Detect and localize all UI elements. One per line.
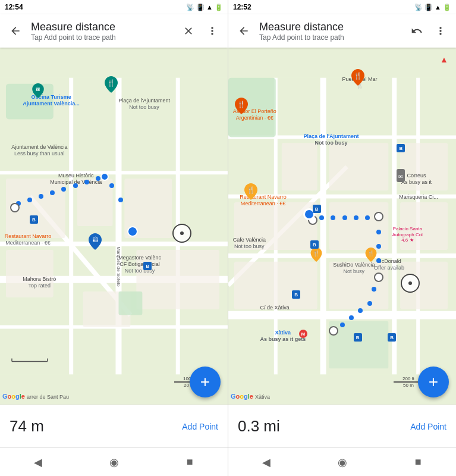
compass-right: ▲ (437, 52, 451, 67)
header-right: Measure distance Tap Add point to trace … (228, 14, 456, 48)
food-marker-r2: 🍴 (235, 98, 248, 117)
google-logo-left: Google arrer de Sant Pau (2, 393, 69, 400)
path-mid-r2 (374, 273, 383, 282)
path-dot-7 (84, 180, 89, 184)
bus-r2: B (313, 205, 321, 213)
food-marker-blue2: 🏛 (89, 233, 102, 252)
svg-rect-39 (234, 262, 317, 309)
header-title-group-right: Measure distance Tap Add point to trace … (259, 21, 401, 42)
cast-icon: 📡 (186, 4, 194, 11)
food-marker-teal: 🍴 (105, 76, 118, 95)
undo-button-right[interactable] (406, 20, 427, 42)
distance-right: 0.3 mi (238, 417, 280, 436)
path-mid-r1 (374, 212, 383, 221)
header-right-right (406, 20, 451, 42)
svg-text:🍴: 🍴 (313, 250, 320, 257)
r-dot-6 (376, 230, 381, 234)
svg-text:🍴: 🍴 (354, 71, 362, 80)
back-button-right[interactable] (233, 20, 254, 42)
header-subtitle-right: Tap Add point to trace path (259, 33, 401, 42)
food-marker-teal2: 🏛 (32, 83, 44, 101)
cast-icon-r: 📡 (414, 4, 423, 11)
map-left[interactable]: Oficina TurismeAjuntament València... Pl… (0, 48, 228, 405)
nav-recent-right[interactable]: ■ (380, 448, 456, 476)
r-dot-12 (349, 315, 354, 320)
svg-text:🍴: 🍴 (237, 100, 246, 108)
r-dot-8 (376, 258, 381, 263)
screen-left: 12:54 📡 📳 ▲ 🔋 Measure distance Tap Add p… (0, 0, 228, 476)
close-button-left[interactable] (178, 20, 199, 42)
svg-rect-37 (329, 202, 389, 250)
google-logo-right: Google Xàtiva (231, 393, 270, 400)
bottom-bar-left: 74 m Add point (0, 405, 228, 447)
bus-marker-2: B (143, 262, 152, 270)
svg-text:🏛: 🏛 (36, 86, 40, 92)
bus-r4: B (292, 290, 300, 299)
food-marker-r5: 🍴 (365, 248, 377, 264)
header-right-left (178, 20, 223, 42)
header-subtitle-left: Tap Add point to trace path (31, 33, 173, 42)
svg-text:🏛: 🏛 (92, 236, 99, 243)
nav-bar-right: ◀ ◉ ■ (228, 447, 456, 476)
wifi-icon: ▲ (206, 4, 213, 11)
nav-back-left[interactable]: ◀ (0, 448, 76, 476)
map-right[interactable]: ▲ Puerta del Mar🍴 Asador El PorteñoArgen… (228, 48, 456, 405)
wifi-icon-r: ▲ (435, 4, 441, 11)
status-bar-right: 12:52 📡 📳 ▲ 🔋 (228, 0, 456, 14)
battery-icon-r: 🔋 (443, 4, 451, 11)
status-icons-left: 📡 📳 ▲ 🔋 (186, 4, 223, 11)
r-dot-10 (367, 301, 372, 306)
path-dot-6 (73, 183, 78, 188)
path-mid (100, 173, 109, 181)
header-title-left: Measure distance (31, 21, 173, 33)
path-dot-9 (109, 183, 114, 188)
path-dot-8 (96, 176, 100, 181)
bus-marker-1: B (30, 215, 38, 224)
more-button-left[interactable] (202, 20, 223, 42)
svg-text:🍴: 🍴 (247, 186, 255, 194)
back-button-left[interactable] (5, 20, 26, 42)
header-title-group-left: Measure distance Tap Add point to trace … (31, 21, 173, 42)
correus-marker: ✉ (397, 169, 405, 182)
svg-rect-15 (6, 84, 54, 120)
header-left: Measure distance Tap Add point to trace … (0, 14, 228, 48)
food-marker-r1: 🍴 (351, 69, 364, 88)
fab-left[interactable]: + (190, 367, 221, 397)
screen-right: 12:52 📡 📳 ▲ 🔋 Measure distance Tap Add p… (228, 0, 456, 476)
street-label-sotelo: Marqués de Sotelo (116, 247, 121, 287)
path-dot-2 (27, 198, 32, 202)
svg-rect-12 (6, 250, 54, 298)
add-point-left[interactable]: Add point (182, 422, 218, 431)
svg-rect-13 (136, 250, 219, 309)
nav-back-right[interactable]: ◀ (228, 448, 304, 476)
nav-home-right[interactable]: ◉ (304, 448, 380, 476)
metro-marker: M (299, 330, 307, 338)
svg-text:🍴: 🍴 (367, 250, 375, 257)
svg-rect-35 (400, 143, 448, 190)
svg-rect-38 (400, 202, 448, 250)
fab-right[interactable]: + (418, 367, 449, 397)
food-marker-r3: 🍴 (244, 183, 257, 202)
food-marker-r4: 🍴 (310, 248, 322, 264)
r-dot-4 (354, 215, 358, 220)
svg-rect-10 (77, 178, 113, 226)
nav-bar-left: ◀ ◉ ■ (0, 447, 228, 476)
svg-rect-40 (329, 262, 389, 309)
path-end-r (329, 326, 338, 336)
bottom-bar-right: 0.3 mi Add point (228, 405, 456, 447)
r-dot-13 (340, 322, 345, 327)
status-icons-right: 📡 📳 ▲ 🔋 (414, 4, 451, 11)
status-time-left: 12:54 (5, 3, 23, 11)
svg-rect-34 (329, 143, 389, 190)
svg-rect-33 (282, 143, 317, 190)
add-point-right[interactable]: Add point (410, 422, 446, 431)
nav-home-left[interactable]: ◉ (76, 448, 152, 476)
header-title-right: Measure distance (259, 21, 401, 33)
r-dot-7 (376, 244, 381, 249)
vibrate-icon-r: 📳 (424, 4, 433, 11)
r-dot-5 (365, 215, 370, 220)
svg-text:🍴: 🍴 (107, 79, 115, 87)
nav-recent-left[interactable]: ■ (152, 448, 228, 476)
bus-r6: B (388, 333, 396, 342)
more-button-right[interactable] (430, 20, 451, 42)
